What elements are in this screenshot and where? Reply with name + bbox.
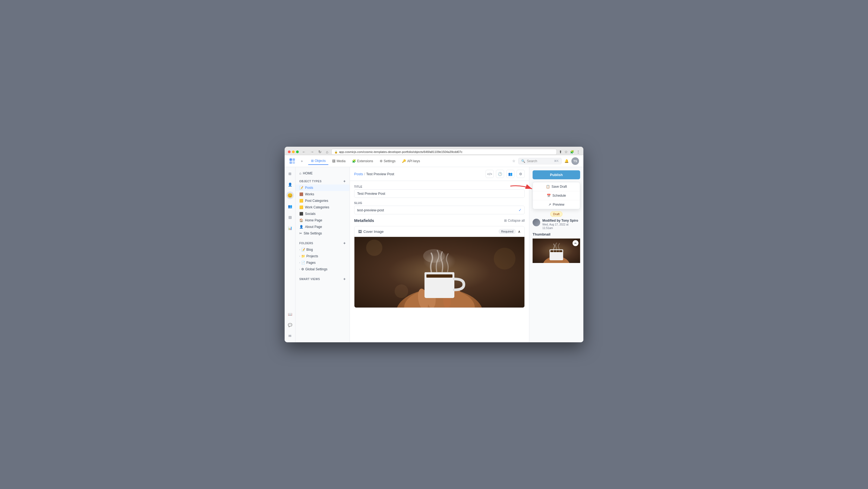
folder-global-settings[interactable]: › ⚙ Global Settings [296,266,349,273]
collapse-icon: ⊞ [504,219,507,222]
share-icon[interactable]: ⬆ [559,150,562,154]
sidebar-item-site-settings[interactable]: ✂ Site Settings [296,230,349,237]
back-button[interactable]: ← [301,149,307,155]
extensions-nav-icon: 🧩 [352,159,356,163]
nav-media[interactable]: 🖼 Media [330,158,348,165]
schedule-icon: 📅 [547,194,551,197]
folder-blog[interactable]: › 📝 Blog [296,246,349,253]
works-icon: 🟫 [299,192,303,196]
icon-sidebar: ⊞ 👤 😊 👥 ▤ 📊 📖 💬 ✉ [285,167,296,342]
nav-settings[interactable]: ⚙ Settings [377,158,398,165]
sidebar-book-icon[interactable]: 📖 [286,310,294,318]
settings-object-button[interactable]: ⚙ [517,170,525,178]
collaborators-button[interactable]: 👥 [506,170,515,178]
folder-pages[interactable]: › 📄 Pages [296,259,349,266]
sidebar-chat-icon[interactable]: 💬 [286,321,294,329]
folders-section: FOLDERS + [296,239,349,246]
extensions-icon[interactable]: 🧩 [570,150,574,154]
content-header: Posts / Test Preview Post </> 🕐 👥 ⚙ [350,167,529,181]
app-logo[interactable] [289,158,296,164]
sidebar-item-posts[interactable]: 📝 Posts [296,184,349,191]
sidebar-layers-icon[interactable]: ▤ [286,213,294,221]
add-object-type-button[interactable]: + [343,179,346,183]
history-icon: 🕐 [498,172,502,176]
home-icon: ⌂ [299,172,301,175]
save-draft-button[interactable]: 📋 Save Draft [533,182,580,191]
global-settings-icon: ⚙ [301,267,304,271]
posts-icon: 📝 [299,186,303,190]
sidebar-mail-icon[interactable]: ✉ [286,332,294,340]
preview-icon: ↗ [548,203,551,207]
address-bar[interactable]: 🔒 app.cosmicjs.com/cosmic-templates-deve… [331,149,557,155]
more-icon[interactable]: ⋮ [576,150,580,154]
sidebar-item-home-page[interactable]: 🏠 Home Page [296,217,349,223]
app-nav: ⊞ Objects 🖼 Media 🧩 Extensions ⚙ Setting… [308,157,507,165]
search-bar[interactable]: 🔍 Search ⌘K [518,158,562,164]
slug-input[interactable]: test-preview-post ✓ [354,206,525,214]
sidebar-posts-label: Posts [305,186,313,190]
nav-api-keys-label: API keys [407,159,420,163]
sidebar-item-about-page[interactable]: 👤 About Page [296,223,349,230]
maximize-button[interactable] [296,151,299,153]
thumbnail-edit-button[interactable]: ✏ [572,240,579,246]
preview-button[interactable]: ↗ Preview [533,200,580,209]
sidebar-item-post-categories[interactable]: 🟨 Post Categories [296,197,349,204]
settings-icon: ⚙ [380,159,383,163]
minimize-button[interactable] [292,151,295,153]
modifier-avatar [533,219,540,226]
global-settings-chevron: › [299,268,300,271]
sidebar-chart-icon[interactable]: 📊 [286,224,294,232]
sidebar-item-socials[interactable]: ⬛ Socials [296,211,349,217]
add-folder-button[interactable]: + [343,241,346,245]
close-button[interactable] [288,151,290,153]
browser-toolbar-right: ⬆ ☆ 🧩 ⋮ [559,150,580,154]
nav-expand-icon[interactable]: » [301,159,303,163]
coffee-image [354,237,524,308]
folder-pages-label: Pages [306,261,316,265]
app-right: ☆ 🔍 Search ⌘K 🔔 TS [512,157,579,165]
home-button[interactable]: ⌂ [325,149,329,155]
sidebar-item-work-categories[interactable]: 🟨 Work Categories [296,204,349,211]
browser-chrome: ← → ↻ ⌂ 🔒 app.cosmicjs.com/cosmic-templa… [285,147,583,155]
add-smart-view-button[interactable]: + [343,277,346,281]
history-button[interactable]: 🕐 [496,170,504,178]
bookmark-icon[interactable]: ☆ [564,150,568,154]
preview-label: Preview [553,203,564,207]
folder-projects[interactable]: › 📁 Projects [296,253,349,259]
sidebar-team-icon[interactable]: 👥 [286,203,294,210]
refresh-button[interactable]: ↻ [317,149,323,155]
code-button[interactable]: </> [486,170,494,178]
nav-extensions[interactable]: 🧩 Extensions [349,158,376,165]
sidebar-objects-icon[interactable]: ⊞ [286,170,294,177]
svg-rect-16 [426,274,453,278]
favorite-icon[interactable]: ☆ [512,159,516,163]
svg-rect-1 [292,158,295,161]
cover-image-body[interactable] [354,237,524,308]
breadcrumb-parent[interactable]: Posts [354,172,363,176]
publish-button[interactable]: Publish [533,170,580,179]
objects-icon: ⊞ [311,159,314,163]
collapse-all-button[interactable]: ⊞ Collapse all [504,219,525,222]
modifier-date: Wed, Aug 17, 2022 at [542,223,580,226]
sidebar-avatar-icon[interactable]: 😊 [286,191,294,199]
title-input[interactable]: Test Preview Post [354,189,525,198]
edit-icon: ✏ [575,242,577,245]
bell-icon[interactable]: 🔔 [564,159,569,163]
main-content: Posts / Test Preview Post </> 🕐 👥 ⚙ [350,167,529,342]
metafields-title: Metafields [354,218,374,223]
sidebar-user-icon[interactable]: 👤 [286,181,294,188]
collapse-section-icon[interactable]: ∧ [518,230,521,234]
nav-api-keys[interactable]: 🔑 API keys [399,158,423,165]
home-label: HOME [303,172,313,175]
user-avatar[interactable]: TS [571,157,579,165]
folder-global-settings-label: Global Settings [305,267,327,271]
site-settings-icon: ✂ [299,232,302,235]
header-actions: </> 🕐 👥 ⚙ [486,170,525,178]
home-link[interactable]: ⌂ HOME [296,170,349,177]
sidebar-item-works[interactable]: 🟫 Works [296,191,349,197]
svg-rect-2 [289,161,292,164]
nav-objects[interactable]: ⊞ Objects [308,157,329,165]
schedule-button[interactable]: 📅 Schedule [533,191,580,200]
forward-button[interactable]: → [309,149,315,155]
code-icon: </> [487,172,492,176]
